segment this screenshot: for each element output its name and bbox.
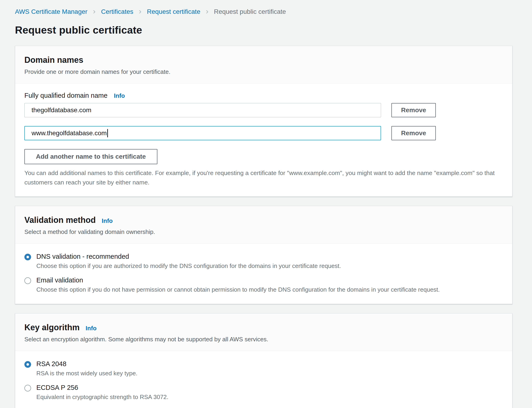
fqdn-input-1[interactable]: thegolfdatabase.com [24,103,381,117]
radio-description-ecdsa-p256: Equivalent in cryptographic strength to … [36,393,168,401]
fqdn-input-1-value: thegolfdatabase.com [32,106,91,114]
domain-names-card: Domain names Provide one or more domain … [15,46,512,197]
text-cursor [107,129,108,137]
radio-button-ecdsa-p256[interactable] [24,385,31,391]
domain-names-card-body: Fully qualified domain name Info thegolf… [15,84,512,196]
key-algorithm-title: Key algorithm [24,323,80,332]
radio-description-rsa-2048: RSA is the most widely used key type. [36,370,137,377]
radio-option-rsa-2048[interactable]: RSA 2048 RSA is the most widely used key… [24,360,503,377]
fqdn-field-label: Fully qualified domain name [24,92,107,99]
key-algorithm-card: Key algorithm Info Select an encryption … [15,313,512,408]
radio-button-rsa-2048[interactable] [24,361,31,368]
validation-method-card-header: Validation method Info Select a method f… [15,206,512,244]
domain-helper-text: You can add additional names to this cer… [24,168,503,187]
remove-domain-button-2[interactable]: Remove [391,126,436,140]
validation-method-card-body: DNS validation - recommended Choose this… [15,244,512,304]
radio-description-email-validation: Choose this option if you do not have pe… [36,286,440,293]
fqdn-info-link[interactable]: Info [114,92,125,99]
radio-label-email-validation[interactable]: Email validation [36,276,440,284]
add-another-name-button[interactable]: Add another name to this certificate [24,149,157,164]
remove-domain-button-1[interactable]: Remove [391,103,436,117]
radio-description-dns-validation: Choose this option if you are authorized… [36,263,341,270]
fqdn-input-2-value: www.thegolfdatabase.com [32,129,107,137]
domain-names-title: Domain names [24,55,83,65]
radio-button-dns-validation[interactable] [24,254,31,260]
domain-input-row: www.thegolfdatabase.com Remove [24,126,503,140]
radio-option-email-validation[interactable]: Email validation Choose this option if y… [24,276,503,293]
validation-method-card: Validation method Info Select a method f… [15,206,512,304]
domain-input-row: thegolfdatabase.com Remove [24,103,503,117]
breadcrumb-link-request-certificate[interactable]: Request certificate [147,8,200,16]
breadcrumb-current-page: Request public certificate [214,8,286,16]
radio-button-email-validation[interactable] [24,277,31,284]
domain-names-card-header: Domain names Provide one or more domain … [15,46,512,84]
radio-label-dns-validation[interactable]: DNS validation - recommended [36,253,341,260]
radio-option-ecdsa-p256[interactable]: ECDSA P 256 Equivalent in cryptographic … [24,384,503,401]
fqdn-input-2[interactable]: www.thegolfdatabase.com [24,126,381,140]
radio-label-rsa-2048[interactable]: RSA 2048 [36,360,137,368]
breadcrumb-separator: › [206,7,208,16]
breadcrumb-link-acm[interactable]: AWS Certificate Manager [15,8,87,16]
validation-method-description: Select a method for validating domain ow… [24,228,503,236]
key-algorithm-description: Select an encryption algorithm. Some alg… [24,336,503,343]
breadcrumb-link-certificates[interactable]: Certificates [101,8,133,16]
breadcrumb-separator: › [93,7,95,16]
breadcrumb: AWS Certificate Manager › Certificates ›… [15,7,512,16]
breadcrumb-separator: › [139,7,141,16]
radio-label-ecdsa-p256[interactable]: ECDSA P 256 [36,384,168,391]
key-algorithm-card-header: Key algorithm Info Select an encryption … [15,314,512,351]
main-content: AWS Certificate Manager › Certificates ›… [0,0,532,408]
validation-method-info-link[interactable]: Info [102,217,113,224]
key-algorithm-card-body: RSA 2048 RSA is the most widely used key… [15,351,512,408]
key-algorithm-info-link[interactable]: Info [86,325,97,332]
domain-names-description: Provide one or more domain names for you… [24,68,503,76]
page-title: Request public certificate [15,24,512,36]
radio-option-dns-validation[interactable]: DNS validation - recommended Choose this… [24,253,503,270]
validation-method-title: Validation method [24,215,96,225]
